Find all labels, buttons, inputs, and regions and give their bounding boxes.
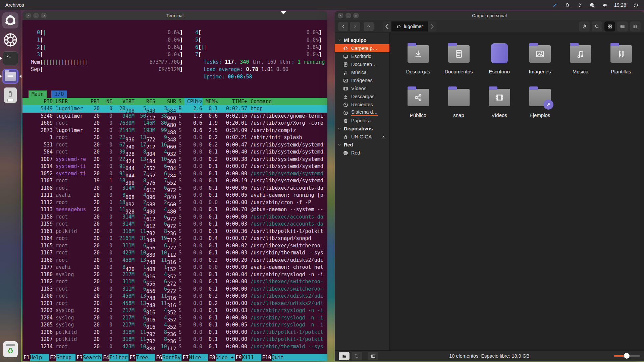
- process-row-531[interactable]: 531root200672401721216060S0.00.20:00.47/…: [22, 141, 327, 149]
- process-row-1204[interactable]: 1204syslog200217M60164352S0.00.10:00.00/…: [22, 314, 327, 322]
- close-button[interactable]: [25, 13, 31, 18]
- fkey-f3-label[interactable]: Search: [83, 354, 102, 361]
- file-escritorio[interactable]: Escritorio: [479, 40, 520, 74]
- process-row-1207[interactable]: 1207polkitd200318M117928236S0.00.10:00.0…: [22, 336, 327, 343]
- hide-sidebar-button[interactable]: [368, 352, 378, 360]
- process-row-1158[interactable]: 1158root200314M76126972S0.00.10:00.00/us…: [22, 214, 327, 221]
- fkey-f8[interactable]: F8: [208, 354, 215, 361]
- file-documentos[interactable]: Documentos: [438, 40, 479, 74]
- fkey-f2-label[interactable]: Setup: [56, 354, 75, 361]
- process-row-1205[interactable]: 1205syslog200217M60164352S0.00.10:00.05/…: [22, 321, 327, 329]
- minimize-button[interactable]: [33, 13, 39, 18]
- column-header-pid[interactable]: PID: [29, 98, 53, 105]
- file-im-genes[interactable]: Imágenes: [520, 40, 560, 74]
- file-descargas[interactable]: Descargas: [398, 40, 438, 74]
- process-row-1111[interactable]: 1111avahi200860840963840S0.00.10:00.05av…: [22, 192, 327, 199]
- sidebar-item-im-genes[interactable]: Imágenes: [335, 76, 389, 84]
- fkey-f10[interactable]: F10: [261, 354, 272, 361]
- process-row-1203[interactable]: 1203syslog200217M60164352S0.00.10:00.03/…: [22, 307, 327, 314]
- fkey-f5[interactable]: F5: [128, 354, 136, 361]
- process-row-1107[interactable]: 1107root19-11830085767552S0.00.10:00.19/…: [22, 177, 327, 185]
- process-row-5449[interactable]: 5449lugoilmer2002070856403584R2.60.10:02…: [22, 105, 327, 113]
- process-row-1201[interactable]: 1201root200458M1374811316S0.00.20:00.00/…: [22, 300, 327, 307]
- fkey-f8-label[interactable]: Nice +: [216, 354, 235, 361]
- process-row-1052[interactable]: 1052systemd-ti2009104475526784S0.00.10:0…: [22, 170, 327, 178]
- clock[interactable]: 19:26: [614, 2, 626, 8]
- process-row-1200[interactable]: 1200root200458M1374811316S0.00.20:00.00/…: [22, 293, 327, 300]
- column-header-pri[interactable]: PRI: [87, 98, 100, 105]
- sidebar-item-carpeta-p[interactable]: Carpeta p…: [335, 44, 389, 52]
- process-row-5240[interactable]: 5240lugoilmer200948M5011238900S1.30.60:0…: [22, 113, 327, 120]
- fkey-f1-label[interactable]: Help: [30, 354, 49, 361]
- power-icon[interactable]: [633, 2, 639, 8]
- process-row-1007[interactable]: 1007systemd-re200224241318410368S0.00.20…: [22, 156, 327, 163]
- fkey-f4[interactable]: F4: [102, 354, 109, 361]
- sidebar-section-dispositivos[interactable]: Dispositivos: [335, 125, 389, 133]
- arrows-updown-icon[interactable]: [577, 2, 583, 8]
- up-button[interactable]: [364, 22, 374, 31]
- eject-icon[interactable]: [381, 134, 386, 139]
- fkey-f6-label[interactable]: SortBy: [162, 354, 181, 361]
- process-row-1[interactable]: 1root20022936135729348S0.00.20:02.21/sbi…: [22, 134, 327, 141]
- process-row-1014[interactable]: 1014systemd-ti2009104475526784S0.00.10:0…: [22, 163, 327, 170]
- list-view-button[interactable]: [617, 21, 628, 32]
- column-header-virt[interactable]: VIRT: [112, 98, 135, 105]
- tab-main[interactable]: Main: [29, 90, 47, 98]
- sidebar-item-papelera[interactable]: Papelera: [335, 117, 389, 125]
- search-button[interactable]: [592, 21, 602, 32]
- fkey-f9-label[interactable]: Kill: [242, 354, 261, 361]
- sidebar-item-sistema-d[interactable]: Sistema d…: [335, 109, 389, 117]
- fkey-f7[interactable]: F7: [181, 354, 189, 361]
- file-plantillas[interactable]: Plantillas: [601, 40, 641, 74]
- process-row-1183[interactable]: 1183root200311M66566272S0.00.10:00.00/us…: [22, 286, 327, 293]
- fkey-f9[interactable]: F9: [235, 354, 242, 361]
- fkey-f3[interactable]: F3: [75, 354, 83, 361]
- file-snap[interactable]: snap: [438, 83, 479, 118]
- file-manager-titlebar[interactable]: Carpeta personal: [335, 11, 644, 20]
- maximize-button[interactable]: [353, 13, 359, 18]
- back-button[interactable]: [338, 22, 348, 31]
- zoom-slider-track[interactable]: [614, 355, 640, 357]
- process-row-1180[interactable]: 1180syslog200217M60164352S0.00.10:00.04/…: [22, 271, 327, 279]
- places-toggle-button[interactable]: [339, 352, 350, 360]
- sidebar-item-v-deos[interactable]: Vídeos: [335, 84, 389, 93]
- sidebar-item-escritorio[interactable]: Escritorio: [335, 52, 389, 60]
- process-row-2873[interactable]: 2873lugoilmer2002141M193M99488S0.62.50:3…: [22, 127, 327, 134]
- brush-icon[interactable]: [552, 2, 558, 8]
- breadcrumb-segment-home[interactable]: lugoilmer: [391, 21, 428, 32]
- process-row-584[interactable]: 584root2003032880044932S0.00.10:00.40/us…: [22, 148, 327, 156]
- treeview-toggle-button[interactable]: [352, 352, 362, 360]
- file-p-blico[interactable]: Público: [398, 83, 438, 118]
- process-row-1112[interactable]: 1112root2001809226882560S0.00.00:00.00/u…: [22, 199, 327, 206]
- breadcrumb-scroll-left-icon[interactable]: [383, 21, 391, 32]
- bell-icon[interactable]: [565, 2, 570, 8]
- process-row-1159[interactable]: 1159root200314M76126972S0.00.10:00.03/us…: [22, 221, 327, 228]
- process-row-1161[interactable]: 1161polkitd200318M117928236S0.00.10:00.3…: [22, 228, 327, 235]
- tab-io[interactable]: I/O: [51, 90, 67, 98]
- fkey-f1[interactable]: F1: [22, 354, 30, 361]
- dock-item-usb-drive[interactable]: [4, 87, 17, 103]
- column-header-mem[interactable]: MEM%: [202, 98, 218, 105]
- process-row-1182[interactable]: 1182root200311M66566272S0.00.10:00.00/us…: [22, 278, 327, 286]
- forward-button[interactable]: [350, 22, 360, 31]
- zoom-slider-thumb[interactable]: [624, 353, 630, 359]
- column-header-res[interactable]: RES: [135, 98, 155, 105]
- zoom-slider[interactable]: [614, 355, 640, 357]
- globe-icon[interactable]: [589, 2, 595, 8]
- file-area[interactable]: DescargasDocumentosEscritorioImágenesMús…: [390, 33, 644, 350]
- process-row-1609[interactable]: 1609root2007630M146M80680S0.61.90:20.01/…: [22, 120, 327, 127]
- fkey-f4-label[interactable]: Filter: [109, 354, 128, 361]
- location-pin-button[interactable]: [579, 21, 590, 32]
- fkey-f10-label[interactable]: Quit: [272, 354, 327, 361]
- fkey-f7-label[interactable]: Nice -: [189, 354, 208, 361]
- sidebar-section-mi-equipo[interactable]: Mi equipo: [335, 36, 389, 44]
- process-row-1113[interactable]: 1113messagebus2001192864004480S0.00.10:0…: [22, 206, 327, 214]
- sidebar-section-red[interactable]: Red: [335, 141, 389, 149]
- breadcrumb-scroll-right-icon[interactable]: [428, 21, 436, 32]
- sidebar-item-m-sica[interactable]: Música: [335, 68, 389, 76]
- minimize-button[interactable]: [345, 13, 351, 18]
- file-m-sica[interactable]: Música: [560, 40, 601, 74]
- icon-view-button[interactable]: [604, 21, 615, 32]
- dock-item-gear[interactable]: [3, 32, 18, 48]
- process-row-1168[interactable]: 1168root200458M1374811316S0.00.20:00.20/…: [22, 257, 327, 264]
